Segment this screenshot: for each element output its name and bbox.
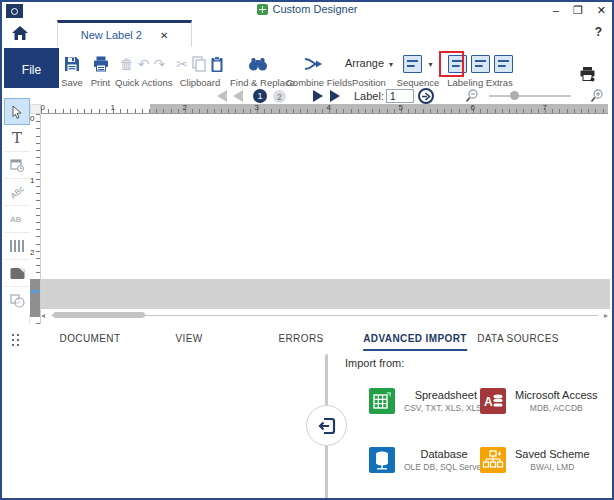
sequence-icon[interactable] [403, 55, 422, 73]
tab-view[interactable]: VIEW [175, 333, 202, 349]
copy-icon[interactable] [192, 56, 206, 72]
tab-close-icon[interactable]: ✕ [160, 30, 168, 41]
tab-data-sources[interactable]: DATA SOURCES [477, 333, 559, 349]
arrange-dropdown[interactable]: Arrange ▾ [343, 57, 395, 69]
labeling-extras-fields-icon[interactable] [494, 55, 513, 73]
zoom-out-icon[interactable] [465, 89, 479, 103]
first-page-arrow-icon[interactable] [217, 90, 227, 102]
zoom-slider-track[interactable] [489, 95, 571, 97]
calendar-clock-icon [10, 158, 24, 172]
import-option-spreadsheet[interactable]: Spreadsheet CSV, TXT, XLS, XLSX [369, 388, 488, 414]
chevron-down-icon: ▾ [389, 60, 393, 69]
tab-label: New Label 2 [81, 29, 142, 41]
import-option-microsoft-access[interactable]: A Microsoft Access MDB, ACCDB [480, 388, 598, 414]
import-from-heading: Import from: [345, 357, 404, 369]
svg-text:A: A [484, 395, 493, 409]
ribbon-toolbar: File Save [2, 47, 612, 92]
undo-icon[interactable]: ↶ [138, 57, 150, 71]
import-icon [316, 415, 338, 437]
highlight-box [439, 51, 464, 77]
close-button[interactable]: ✕ [597, 2, 606, 18]
curved-text-tool[interactable]: ABc [4, 179, 30, 206]
help-button[interactable]: ? [595, 25, 602, 39]
label-navigation-bar: 1 2 Label: [2, 88, 612, 104]
app-window: Custom Designer – ❐ ✕ New Label 2 ✕ ? Fi… [0, 0, 614, 500]
printer-icon [579, 66, 596, 82]
panel-drag-handle[interactable] [11, 333, 20, 347]
page-2-button[interactable]: 2 [273, 90, 286, 103]
saved-scheme-icon [480, 447, 506, 473]
pointer-tool[interactable] [4, 98, 30, 125]
quick-actions-group: 🗑 ↶ ↷ Quick Actions [115, 48, 170, 91]
sequence-group: ▾ Sequence [396, 48, 440, 91]
minimize-button[interactable]: – [553, 2, 559, 18]
go-to-label-button[interactable] [418, 88, 434, 104]
label-field-caption: Label: [354, 90, 384, 102]
database-icon [369, 447, 395, 473]
print-preview-button[interactable] [579, 66, 596, 86]
save-button[interactable]: Save [59, 48, 85, 91]
find-replace-button[interactable]: Find & Replace [230, 48, 285, 91]
barcode-tool[interactable] [4, 233, 30, 260]
horizontal-scrollbar[interactable]: ◂ ▸ [41, 311, 608, 320]
tab-advanced-import[interactable]: ADVANCED IMPORT [363, 333, 467, 351]
next-page-arrow-icon[interactable] [313, 90, 323, 102]
label-design-canvas[interactable] [41, 114, 608, 279]
clipboard-group: ✂ Clipboard [171, 48, 229, 91]
microsoft-access-icon: A [480, 388, 506, 414]
shape-tool[interactable] [4, 287, 30, 314]
cursor-position-marker [30, 290, 40, 293]
home-button[interactable] [8, 23, 32, 43]
shapes-icon [10, 294, 25, 308]
date-time-tool[interactable] [4, 152, 30, 179]
tab-document[interactable]: DOCUMENT [60, 333, 121, 349]
previous-page-arrow-icon[interactable] [233, 90, 243, 102]
label-number-input[interactable] [386, 89, 414, 103]
cut-icon[interactable]: ✂ [176, 57, 188, 71]
outside-label-area [41, 279, 610, 309]
paste-icon[interactable] [210, 56, 224, 73]
print-button[interactable]: Print [87, 48, 114, 91]
import-button[interactable] [306, 405, 347, 446]
delete-icon[interactable]: 🗑 [120, 57, 134, 71]
maximize-button[interactable]: ❐ [573, 2, 583, 18]
combine-fields-button[interactable]: Combine Fields [286, 48, 342, 91]
pointer-icon [11, 105, 23, 119]
barcode-icon [10, 240, 24, 252]
tab-bar: New Label 2 ✕ ? [2, 20, 612, 47]
zoom-in-icon[interactable] [590, 89, 604, 103]
text-tool[interactable]: T [4, 125, 30, 152]
file-button[interactable]: File [4, 48, 59, 91]
ruler-outside-area [30, 279, 40, 317]
home-icon [11, 25, 29, 41]
chevron-down-icon[interactable]: ▾ [428, 60, 432, 69]
go-arrow-icon [422, 92, 431, 101]
picture-tool[interactable] [4, 260, 30, 287]
bottom-panel: DOCUMENT VIEW ERRORS ADVANCED IMPORT DAT… [2, 324, 612, 500]
scrollbar-thumb[interactable] [53, 312, 145, 318]
import-option-saved-scheme[interactable]: Saved Scheme BWAI, LMD [480, 447, 590, 473]
binoculars-icon [248, 56, 268, 72]
last-page-arrow-icon[interactable] [330, 90, 340, 102]
tab-errors[interactable]: ERRORS [278, 333, 323, 349]
window-title: Custom Designer [2, 3, 612, 15]
labeling-extras-remove-icon[interactable] [471, 55, 490, 73]
app-logo-icon [257, 4, 268, 15]
scroll-right-icon[interactable]: ▸ [604, 312, 608, 320]
combine-fields-icon [304, 56, 324, 72]
spreadsheet-icon [369, 388, 395, 414]
page-1-button[interactable]: 1 [253, 89, 267, 103]
ruler-corner [30, 104, 41, 114]
tab-new-label-2[interactable]: New Label 2 ✕ [57, 20, 192, 47]
import-option-database[interactable]: Database OLE DB, SQL Server [369, 447, 484, 473]
title-bar: Custom Designer – ❐ ✕ [2, 2, 612, 20]
design-toolbox: T ABc AB· [4, 98, 30, 324]
position-group: Arrange ▾ Position [343, 48, 395, 91]
text-box-tool[interactable]: AB· [4, 206, 30, 233]
print-icon [92, 55, 110, 73]
redo-icon[interactable]: ↷ [154, 57, 166, 71]
vertical-ruler: 0 1 2 [30, 114, 41, 324]
zoom-slider-thumb[interactable] [510, 91, 519, 100]
scroll-left-icon[interactable]: ◂ [41, 312, 45, 320]
horizontal-ruler: 0 1 2 3 4 5 6 7 [41, 104, 608, 114]
